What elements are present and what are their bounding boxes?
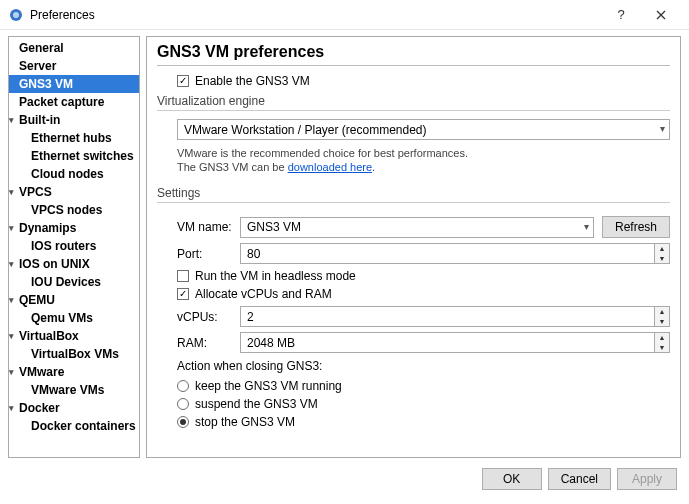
ram-spin-down[interactable]: ▼ [655, 343, 669, 353]
vmname-value: GNS3 VM [247, 220, 301, 234]
radio-suspend[interactable] [177, 398, 189, 410]
chevron-down-icon: ▾ [9, 184, 17, 200]
chevron-down-icon: ▾ [9, 220, 17, 236]
page-title: GNS3 VM preferences [157, 43, 670, 61]
sidebar-item-virtualbox-vms[interactable]: VirtualBox VMs [9, 345, 139, 363]
dialog-footer: OK Cancel Apply [0, 460, 689, 498]
sidebar-item-docker-containers[interactable]: Docker containers [9, 417, 139, 435]
sidebar-item-gns3-vm[interactable]: GNS3 VM [9, 75, 139, 93]
allocate-label: Allocate vCPUs and RAM [195, 287, 332, 301]
chevron-down-icon: ▾ [9, 364, 17, 380]
sidebar-item-virtualbox[interactable]: ▾VirtualBox [9, 327, 139, 345]
enable-label: Enable the GNS3 VM [195, 74, 310, 88]
headless-label: Run the VM in headless mode [195, 269, 356, 283]
sidebar-item-qemu-vms[interactable]: Qemu VMs [9, 309, 139, 327]
settings-group-label: Settings [157, 186, 670, 200]
content-panel: GNS3 VM preferences ✓ Enable the GNS3 VM… [146, 36, 681, 458]
radio-keep[interactable] [177, 380, 189, 392]
sidebar-item-iou-devices[interactable]: IOU Devices [9, 273, 139, 291]
vmname-combo[interactable]: GNS3 VM ▾ [240, 217, 594, 238]
allocate-checkbox[interactable]: ✓ [177, 288, 189, 300]
vmname-label: VM name: [177, 220, 232, 234]
radio-stop[interactable] [177, 416, 189, 428]
sidebar-item-cloud-nodes[interactable]: Cloud nodes [9, 165, 139, 183]
port-spin-up[interactable]: ▲ [655, 244, 669, 254]
radio-keep-label: keep the GNS3 VM running [195, 379, 342, 393]
category-tree[interactable]: General Server GNS3 VM Packet capture ▾B… [8, 36, 140, 458]
sidebar-item-packet-capture[interactable]: Packet capture [9, 93, 139, 111]
vcpus-input[interactable]: 2 [240, 306, 654, 327]
port-spin-down[interactable]: ▼ [655, 254, 669, 264]
sidebar-item-general[interactable]: General [9, 39, 139, 57]
port-label: Port: [177, 247, 232, 261]
chevron-down-icon: ▾ [9, 256, 17, 272]
sidebar-item-vpcs-nodes[interactable]: VPCS nodes [9, 201, 139, 219]
sidebar-item-vpcs[interactable]: ▾VPCS [9, 183, 139, 201]
headless-checkbox[interactable] [177, 270, 189, 282]
chevron-down-icon: ▾ [584, 221, 589, 232]
vcpus-label: vCPUs: [177, 310, 232, 324]
sidebar-item-ethernet-switches[interactable]: Ethernet switches [9, 147, 139, 165]
refresh-button[interactable]: Refresh [602, 216, 670, 238]
divider [157, 65, 670, 66]
chevron-down-icon: ▾ [9, 328, 17, 344]
radio-suspend-label: suspend the GNS3 VM [195, 397, 318, 411]
sidebar-item-vmware-vms[interactable]: VMware VMs [9, 381, 139, 399]
window-title: Preferences [30, 8, 601, 22]
sidebar-item-builtin[interactable]: ▾Built-in [9, 111, 139, 129]
chevron-down-icon: ▾ [9, 112, 17, 128]
chevron-down-icon: ▾ [660, 123, 665, 134]
app-icon [8, 7, 24, 23]
sidebar-item-ethernet-hubs[interactable]: Ethernet hubs [9, 129, 139, 147]
ram-spin-up[interactable]: ▲ [655, 333, 669, 343]
radio-stop-label: stop the GNS3 VM [195, 415, 295, 429]
sidebar-item-ios-unix[interactable]: ▾IOS on UNIX [9, 255, 139, 273]
titlebar: Preferences ? [0, 0, 689, 30]
sidebar-item-docker[interactable]: ▾Docker [9, 399, 139, 417]
enable-checkbox[interactable]: ✓ [177, 75, 189, 87]
help-button[interactable]: ? [601, 0, 641, 30]
port-input[interactable]: 80 [240, 243, 654, 264]
download-link[interactable]: downloaded here [288, 161, 372, 173]
virt-engine-combo[interactable]: VMware Workstation / Player (recommended… [177, 119, 670, 140]
sidebar-item-ios-routers[interactable]: IOS routers [9, 237, 139, 255]
virt-help: VMware is the recommended choice for bes… [177, 146, 670, 174]
close-action-label: Action when closing GNS3: [177, 359, 670, 373]
close-button[interactable] [641, 0, 681, 30]
svg-point-1 [13, 12, 19, 18]
apply-button[interactable]: Apply [617, 468, 677, 490]
virt-group-label: Virtualization engine [157, 94, 670, 108]
chevron-down-icon: ▾ [9, 400, 17, 416]
ok-button[interactable]: OK [482, 468, 542, 490]
ram-label: RAM: [177, 336, 232, 350]
sidebar-item-dynamips[interactable]: ▾Dynamips [9, 219, 139, 237]
cancel-button[interactable]: Cancel [548, 468, 611, 490]
sidebar-item-vmware[interactable]: ▾VMware [9, 363, 139, 381]
chevron-down-icon: ▾ [9, 292, 17, 308]
ram-input[interactable]: 2048 MB [240, 332, 654, 353]
vcpus-spin-up[interactable]: ▲ [655, 307, 669, 317]
sidebar-item-qemu[interactable]: ▾QEMU [9, 291, 139, 309]
vcpus-spin-down[interactable]: ▼ [655, 317, 669, 327]
virt-engine-value: VMware Workstation / Player (recommended… [184, 123, 427, 137]
sidebar-item-server[interactable]: Server [9, 57, 139, 75]
